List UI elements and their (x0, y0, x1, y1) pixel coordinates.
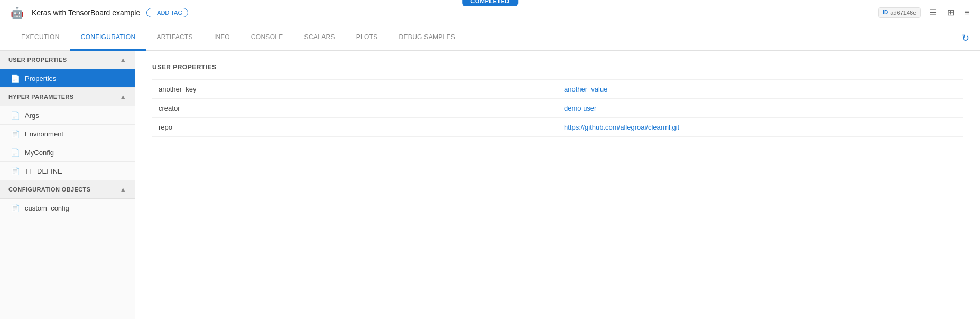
tab-execution[interactable]: EXECUTION (11, 25, 70, 51)
tab-configuration[interactable]: CONFIGURATION (70, 25, 146, 51)
property-key-2: repo (152, 118, 558, 137)
refresh-icon: ↻ (961, 33, 969, 43)
content-area: USER PROPERTIES another_key another_valu… (135, 51, 980, 319)
task-title: Keras with TensorBoard example (32, 8, 140, 17)
table-row: creator demo user (152, 99, 963, 118)
menu-icon: ≡ (965, 8, 969, 17)
property-key-1: creator (152, 99, 558, 118)
section-title-user-properties: USER PROPERTIES (8, 57, 67, 63)
content-section-title: USER PROPERTIES (152, 63, 963, 71)
sidebar-item-label-properties: Properties (25, 75, 56, 83)
tab-plots[interactable]: PLOTS (346, 25, 389, 51)
sidebar-item-label-environment: Environment (25, 130, 63, 138)
sidebar-section-user-properties[interactable]: USER PROPERTIES ▲ (0, 51, 135, 69)
section-title-configuration-objects: CONFIGURATION OBJECTS (8, 186, 90, 193)
tab-info[interactable]: INFO (204, 25, 241, 51)
file-icon-4: 📄 (11, 148, 20, 157)
file-icon: 📄 (11, 74, 20, 83)
sidebar-item-args[interactable]: 📄 Args (0, 106, 135, 125)
table-row: repo https://github.com/allegroai/clearm… (152, 118, 963, 137)
sidebar-section-hyper-parameters[interactable]: HYPER PARAMETERS ▲ (0, 88, 135, 106)
property-value-2: https://github.com/allegroai/clearml.git (558, 118, 963, 137)
app-icon: 🤖 (8, 4, 25, 21)
sidebar-item-label-custom-config: custom_config (25, 204, 69, 212)
sidebar-item-custom-config[interactable]: 📄 custom_config (0, 199, 135, 217)
sidebar-section-configuration-objects[interactable]: CONFIGURATION OBJECTS ▲ (0, 180, 135, 199)
tab-scalars[interactable]: SCALARS (294, 25, 346, 51)
sidebar-item-environment[interactable]: 📄 Environment (0, 125, 135, 143)
properties-table: another_key another_value creator demo u… (152, 79, 963, 137)
columns-view-button[interactable]: ⊞ (945, 5, 956, 20)
list-icon: ☰ (929, 7, 937, 17)
tab-debug-samples[interactable]: DEBUG SAMPLES (389, 25, 466, 51)
task-id-badge: ID ad67146c (878, 7, 920, 18)
file-icon-6: 📄 (11, 204, 20, 212)
section-title-hyper-parameters: HYPER PARAMETERS (8, 94, 74, 100)
file-icon-5: 📄 (11, 167, 20, 175)
top-bar-left: 🤖 Keras with TensorBoard example + ADD T… (8, 4, 188, 21)
completed-badge: COMPLETED (462, 0, 518, 6)
sidebar: USER PROPERTIES ▲ 📄 Properties HYPER PAR… (0, 51, 135, 319)
sidebar-item-label-args: Args (25, 112, 39, 120)
chevron-up-icon-3: ▲ (120, 186, 126, 193)
chevron-up-icon: ▲ (120, 56, 126, 63)
tabs-bar: EXECUTION CONFIGURATION ARTIFACTS INFO C… (0, 25, 980, 51)
top-bar: 🤖 Keras with TensorBoard example + ADD T… (0, 0, 980, 25)
tab-artifacts[interactable]: ARTIFACTS (146, 25, 204, 51)
top-bar-right: ID ad67146c ☰ ⊞ ≡ (878, 5, 972, 20)
property-value-1: demo user (558, 99, 963, 118)
add-tag-button[interactable]: + ADD TAG (146, 8, 188, 17)
sidebar-item-label-tf-define: TF_DEFINE (25, 167, 62, 175)
table-row: another_key another_value (152, 80, 963, 99)
sidebar-item-properties[interactable]: 📄 Properties (0, 69, 135, 88)
menu-button[interactable]: ≡ (963, 6, 972, 20)
property-value-0: another_value (558, 80, 963, 99)
sidebar-item-myconfig[interactable]: 📄 MyConfig (0, 143, 135, 162)
chevron-up-icon-2: ▲ (120, 93, 126, 101)
property-key-0: another_key (152, 80, 558, 99)
file-icon-3: 📄 (11, 130, 20, 138)
list-view-button[interactable]: ☰ (927, 5, 939, 20)
refresh-button[interactable]: ↻ (961, 32, 969, 44)
tab-console[interactable]: CONSOLE (241, 25, 294, 51)
id-value: ad67146c (890, 10, 916, 16)
file-icon-2: 📄 (11, 111, 20, 120)
sidebar-item-label-myconfig: MyConfig (25, 149, 54, 157)
sidebar-item-tf-define[interactable]: 📄 TF_DEFINE (0, 162, 135, 180)
main-layout: USER PROPERTIES ▲ 📄 Properties HYPER PAR… (0, 51, 980, 319)
id-label: ID (883, 10, 888, 15)
columns-icon: ⊞ (947, 7, 954, 17)
